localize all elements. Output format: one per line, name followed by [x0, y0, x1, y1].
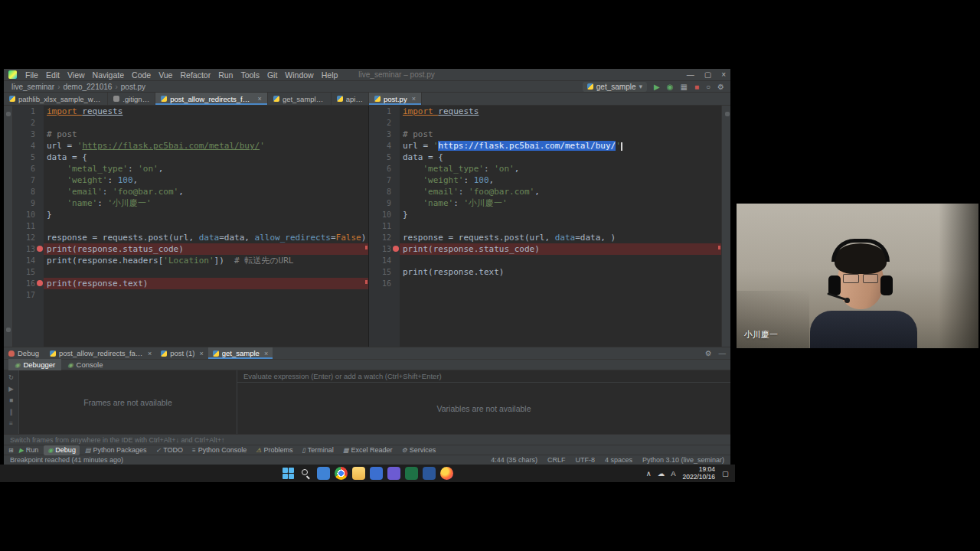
close-session-icon[interactable]: × [264, 350, 268, 357]
more-icon[interactable]: ≡ [9, 419, 13, 427]
pause-icon[interactable]: ∥ [9, 408, 12, 416]
menu-run[interactable]: Run [214, 70, 237, 80]
line-number[interactable]: 14 [369, 255, 400, 266]
code-line[interactable]: 11 [13, 220, 368, 232]
resume-icon[interactable]: ▶ [8, 385, 14, 393]
code-line[interactable]: 8 'email': 'foo@bar.com', [369, 186, 721, 197]
line-number[interactable]: 1 [13, 106, 44, 117]
code-line[interactable]: 15print(response.text) [369, 266, 721, 278]
tab-get-sample-py[interactable]: get_sample.py [268, 93, 332, 105]
line-number[interactable]: 9 [13, 197, 44, 209]
tool-button-services[interactable]: ⚙Services [397, 445, 439, 455]
code-text[interactable]: } [400, 209, 721, 220]
settings-icon[interactable]: ⚙ [705, 349, 712, 357]
code-text[interactable]: print(response.text) [400, 266, 721, 278]
line-number[interactable]: 14 [13, 255, 44, 266]
tool-button-excel-reader[interactable]: ▦Excel Reader [339, 445, 397, 455]
word-icon[interactable] [423, 467, 436, 480]
code-text[interactable]: 'metal_type': 'on', [44, 163, 368, 174]
status-utf-8[interactable]: UTF-8 [575, 456, 595, 464]
code-text[interactable] [44, 289, 368, 301]
tab-console[interactable]: ◉Console [61, 359, 109, 370]
edge-icon[interactable] [317, 467, 330, 480]
code-text[interactable]: 'weight': 100, [400, 174, 721, 186]
code-line[interactable]: 2 [13, 117, 368, 129]
line-number[interactable]: 16 [369, 278, 400, 289]
frames-panel[interactable]: Frames are not available [19, 370, 237, 434]
tool-button-problems[interactable]: ⚠Problems [252, 445, 296, 455]
breadcrumb-post-py[interactable]: post.py [119, 83, 147, 91]
code-line[interactable]: 3# post [369, 129, 721, 140]
tool-button-debug[interactable]: ◉Debug [44, 445, 80, 455]
menu-edit[interactable]: Edit [42, 70, 64, 80]
profile-button[interactable]: ▦ [680, 83, 687, 91]
code-text[interactable]: # post [44, 129, 368, 140]
line-number[interactable]: 13 [369, 243, 400, 255]
line-number[interactable]: 1 [369, 106, 400, 117]
code-line[interactable]: 7 'weight': 100, [13, 174, 368, 186]
menu-git[interactable]: Git [263, 70, 281, 80]
code-line[interactable]: 11 [369, 220, 721, 232]
minimize-button[interactable]: — [687, 70, 694, 79]
close-session-icon[interactable]: × [199, 350, 203, 357]
line-number[interactable]: 7 [369, 174, 400, 186]
code-text[interactable]: print(response.status_code) [44, 243, 368, 255]
code-text[interactable]: 'metal_type': 'on', [400, 163, 721, 174]
line-number[interactable]: 15 [369, 266, 400, 278]
code-text[interactable]: import requests [44, 106, 368, 117]
code-text[interactable]: 'email': 'foo@bar.com', [400, 186, 721, 197]
menu-file[interactable]: File [21, 70, 42, 80]
code-line[interactable]: 10} [13, 209, 368, 220]
start-button[interactable] [282, 467, 295, 480]
status-4-44-35-chars[interactable]: 4:44 (35 chars) [491, 456, 537, 464]
breadcrumb-live-seminar[interactable]: live_seminar [10, 83, 56, 91]
code-text[interactable]: print(response.headers['Location']) # 転送… [44, 255, 368, 266]
breadcrumb-demo-221016[interactable]: demo_221016 [61, 83, 113, 91]
tab-post-allow-redirects-false-py[interactable]: post_allow_redirects_false.py× [155, 93, 268, 105]
code-line[interactable]: 1import requests [369, 106, 721, 117]
code-text[interactable]: 'name': '小川慶一' [400, 197, 721, 209]
project-tool-icon[interactable] [6, 112, 11, 116]
code-text[interactable]: print(response.status_code) [400, 243, 721, 255]
tab-gitignore[interactable]: .gitignore [108, 93, 155, 105]
code-line[interactable]: 13print(response.status_code) [369, 243, 721, 255]
debug-button[interactable]: ◉ [667, 83, 674, 91]
code-text[interactable]: response = requests.post(url, data=data,… [400, 232, 721, 243]
cloud-icon[interactable]: ☁ [658, 469, 665, 478]
tool-button-terminal[interactable]: ▯Terminal [298, 445, 337, 455]
line-number[interactable]: 6 [13, 163, 44, 174]
code-line[interactable]: 3# post [13, 129, 368, 140]
line-number[interactable]: 15 [13, 266, 44, 278]
tab-debugger[interactable]: ◉Debugger [8, 359, 61, 370]
evaluate-expression-input[interactable] [242, 371, 726, 381]
hide-icon[interactable]: — [719, 349, 727, 357]
line-number[interactable]: 13 [13, 243, 44, 255]
line-number[interactable]: 11 [13, 220, 44, 232]
line-number[interactable]: 6 [369, 163, 400, 174]
line-number[interactable]: 8 [369, 186, 400, 197]
tool-button-todo[interactable]: ✓TODO [152, 445, 188, 455]
close-tab-icon[interactable]: × [258, 95, 262, 103]
code-text[interactable]: # post [400, 129, 721, 140]
code-line[interactable]: 13print(response.status_code) [13, 243, 368, 255]
menu-help[interactable]: Help [318, 70, 342, 80]
taskbar-clock[interactable]: 19:04 2022/10/16 [682, 466, 715, 481]
tool-button-python-packages[interactable]: ▤Python Packages [81, 445, 151, 455]
code-line[interactable]: 16print(response.text) [13, 278, 368, 289]
editor-pane-left[interactable]: 1import requests23# post4url = 'https://… [13, 106, 369, 347]
search-button[interactable] [299, 467, 312, 480]
close-tab-icon[interactable]: × [412, 95, 416, 103]
line-number[interactable]: 2 [369, 117, 400, 129]
file-explorer-icon[interactable] [352, 467, 365, 480]
firefox-icon[interactable] [440, 467, 453, 480]
code-line[interactable]: 12response = requests.post(url, data=dat… [13, 232, 368, 243]
error-stripe-mark[interactable] [365, 280, 368, 284]
menu-refactor[interactable]: Refactor [176, 70, 214, 80]
bookmarks-tool-icon[interactable] [6, 328, 11, 332]
code-text[interactable] [400, 220, 721, 232]
code-text[interactable]: print(response.text) [44, 278, 368, 289]
error-stripe-mark[interactable] [365, 246, 368, 249]
search-everywhere-icon[interactable]: ○ [706, 83, 710, 91]
left-tool-stripe[interactable] [4, 106, 13, 347]
line-number[interactable]: 10 [13, 209, 44, 220]
